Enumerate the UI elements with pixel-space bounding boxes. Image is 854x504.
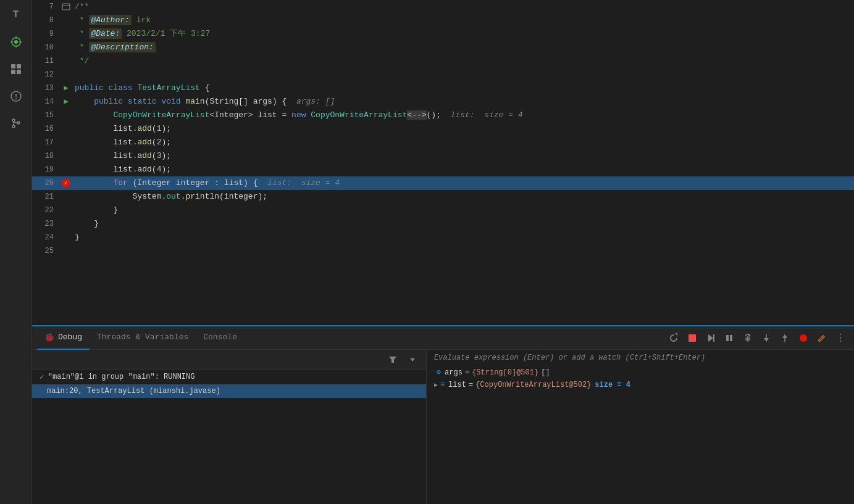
step-into-button[interactable] [758,329,775,347]
step-out-button[interactable] [776,329,793,347]
code-content-16: list.add(1); [72,122,854,136]
code-line-14: 14 ▶ public static void main(String[] ar… [32,95,854,109]
threads-toolbar [32,350,426,370]
code-content-7: /** [72,0,854,14]
sidebar-icon-warning[interactable] [6,86,26,106]
code-content-15: CopyOnWriteArrayList<Integer> list = new… [72,109,854,122]
sidebar-icon-branch[interactable] [6,114,26,133]
mute-breakpoints-button[interactable] [795,329,812,347]
tab-debug-label: Debug [58,333,82,342]
list-icon: ≡ [440,381,445,389]
tab-threads-label: Threads & Variables [97,333,188,342]
breakpoint-20: ✓ [62,179,70,188]
debug-panel: 🐞 Debug Threads & Variables Console [32,325,854,504]
code-line-17: 17 list.add(2); [32,136,854,149]
sidebar-icon-plugin[interactable] [6,32,26,52]
tab-debug[interactable]: 🐞 Debug [37,326,90,350]
thread-label: "main"@1 in group "main": RUNNING [48,373,195,381]
code-line-12: 12 [32,68,854,81]
args-icon: ⊙ [437,368,441,377]
code-line-11: 11 */ [32,54,854,68]
code-line-22: 22 } [32,204,854,217]
code-content-10: * @Description: [72,41,854,54]
step-over-button[interactable] [739,329,756,347]
threads-pane: ✓ "main"@1 in group "main": RUNNING main… [32,350,427,504]
line-num-22: 22 [32,204,60,217]
debug-tab-icon: 🐞 [44,333,54,342]
code-content-11: */ [72,54,854,68]
debug-content: ✓ "main"@1 in group "main": RUNNING main… [32,350,854,504]
tab-console[interactable]: Console [196,326,245,350]
code-content-17: list.add(2); [72,136,854,149]
svg-rect-23 [726,335,729,341]
code-line-20: 20 ✓ for (Integer integer : list) { list… [32,176,854,190]
line-num-16: 16 [32,122,60,136]
code-content-22: } [72,204,854,217]
line-num-9: 9 [32,27,60,41]
svg-rect-6 [11,64,15,68]
code-content-13: public class TestArrayList { [72,81,854,95]
code-line-15: 15 CopyOnWriteArrayList<Integer> list = … [32,109,854,122]
code-content-20: for (Integer integer : list) { list: siz… [72,176,854,190]
line-num-25: 25 [32,244,60,258]
svg-rect-8 [11,70,15,74]
line-num-11: 11 [32,54,60,68]
svg-marker-34 [389,357,396,363]
code-editor[interactable]: 7 /** 8 * @Author: lrk 9 * @Date: 2023/2… [32,0,854,325]
svg-point-33 [800,334,807,342]
line-num-23: 23 [32,217,60,231]
code-content-18: list.add(3); [72,149,854,163]
svg-marker-35 [410,358,415,361]
line-num-15: 15 [32,109,60,122]
code-content-9: * @Date: 2023/2/1 下午 3:27 [72,27,854,41]
code-line-25: 25 [32,244,854,258]
code-lines: 7 /** 8 * @Author: lrk 9 * @Date: 2023/2… [32,0,854,258]
code-content-19: list.add(4); [72,163,854,176]
stack-frame-item[interactable]: main:20, TestArrayList (mianshi.javase) [32,384,426,398]
svg-marker-19 [675,333,677,336]
code-line-24: 24 } [32,231,854,244]
sidebar-icon-layout[interactable] [6,59,26,79]
variables-hint: Evaluate expression (Enter) or add a wat… [427,350,854,366]
svg-point-14 [12,125,15,128]
line-num-12: 12 [32,68,60,81]
var-item-args[interactable]: ⊙ args = {String[0]@501} [] [427,366,854,379]
run-arrow-14: ▶ [64,95,68,109]
gutter-14: ▶ [60,95,72,109]
line-num-14: 14 [32,95,60,109]
debug-tabs: 🐞 Debug Threads & Variables Console [32,326,854,350]
line-num-10: 10 [32,41,60,54]
code-line-23: 23 } [32,217,854,231]
code-content-8: * @Author: lrk [72,14,854,27]
svg-rect-7 [17,64,21,68]
more-button[interactable]: ⋮ [832,329,849,347]
line-num-18: 18 [32,149,60,163]
dropdown-button[interactable] [404,351,421,368]
line-num-7: 7 [32,0,60,14]
filter-button[interactable] [384,351,401,368]
line-num-20: 20 [32,176,60,190]
svg-rect-20 [689,334,696,342]
svg-rect-22 [713,334,714,342]
tab-threads-variables[interactable]: Threads & Variables [90,326,196,350]
sidebar-icon-t[interactable]: T [6,5,26,25]
gutter-13: ▶ [60,81,72,95]
line-num-8: 8 [32,14,60,27]
thread-item-main[interactable]: ✓ "main"@1 in group "main": RUNNING [32,370,426,384]
code-line-16: 16 list.add(1); [32,122,854,136]
expand-arrow-list[interactable]: ▶ [434,381,438,389]
gutter-20: ✓ [60,179,72,188]
line-num-17: 17 [32,136,60,149]
code-content-14: public static void main(String[] args) {… [72,95,854,109]
rerun-button[interactable] [665,329,682,347]
code-line-8: 8 * @Author: lrk [32,14,854,27]
code-line-21: 21 System.out.println(integer); [32,190,854,204]
edit-button[interactable] [813,329,831,347]
code-line-13: 13 ▶ public class TestArrayList { [32,81,854,95]
pause-button[interactable] [721,329,738,347]
code-line-9: 9 * @Date: 2023/2/1 下午 3:27 [32,27,854,41]
stop-button[interactable] [684,329,701,347]
var-item-list[interactable]: ▶ ≡ list = {CopyOnWriteArrayList@502} si… [427,379,854,391]
resume-button[interactable] [702,329,719,347]
svg-marker-21 [708,334,713,342]
